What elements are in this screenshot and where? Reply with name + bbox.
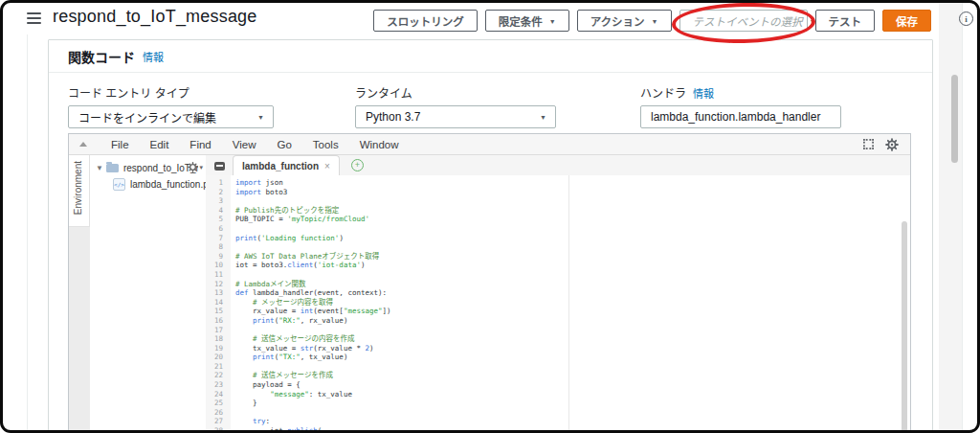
handler-input[interactable]: lambda_function.lambda_handler <box>640 105 841 128</box>
code-line <box>235 270 897 280</box>
chevron-down-icon: ▼ <box>257 114 264 121</box>
header-button-actions[interactable]: アクション▼ <box>577 10 672 32</box>
code-pane: 1234567891011121314151617181920212223242… <box>206 175 910 430</box>
code-entry-type-select[interactable]: コードをインラインで編集 ▼ <box>68 105 274 128</box>
editor-menubar: FileEditFindViewGoToolsWindow <box>69 134 910 155</box>
header-button-qualifiers[interactable]: 限定条件▼ <box>485 10 569 32</box>
line-number: 12 <box>206 280 231 289</box>
editor-tabbar: lambda_function × + <box>206 155 910 176</box>
hamburger-menu-icon[interactable] <box>27 12 41 24</box>
python-file-icon: </> <box>113 178 125 191</box>
line-number: 14 <box>206 298 231 308</box>
button-label: アクション <box>590 13 645 29</box>
code-line <box>235 362 897 372</box>
runtime-field: ランタイム Python 3.7 ▼ <box>355 84 556 128</box>
code-editor: FileEditFindViewGoToolsWindow <box>68 133 911 430</box>
line-number: 2 <box>206 188 231 197</box>
info-icon[interactable]: i <box>959 11 973 26</box>
code-line: } <box>235 399 897 408</box>
collapse-menu-icon[interactable] <box>79 142 87 147</box>
menu-item-view[interactable]: View <box>222 139 267 150</box>
file-name: lambda_function.py <box>130 179 206 190</box>
code-line <box>235 408 897 418</box>
menu-item-tools[interactable]: Tools <box>302 139 349 150</box>
tree-folder-row[interactable]: ▼ respond_to_IoT_me ▾ <box>90 160 206 176</box>
menu-item-edit[interactable]: Edit <box>140 139 180 150</box>
line-number: 20 <box>206 353 231 362</box>
aws-console-page: respond_to_IoT_message スロットリング限定条件▼アクション… <box>3 3 977 430</box>
environment-tab[interactable]: Environment <box>69 155 90 227</box>
line-number: 18 <box>206 334 231 344</box>
code-line <box>235 196 897 206</box>
fullscreen-icon[interactable] <box>863 139 874 149</box>
code-content[interactable]: import jsonimport boto3# Publish先のトピックを指… <box>231 175 897 430</box>
folder-name: respond_to_IoT_me <box>123 163 198 173</box>
menu-item-file[interactable]: File <box>100 139 140 150</box>
function-title: respond_to_IoT_message <box>53 7 257 27</box>
button-label: スロットリング <box>387 13 464 29</box>
folder-icon <box>106 164 119 172</box>
line-number: 7 <box>206 234 231 243</box>
line-number: 24 <box>206 390 231 399</box>
code-entry-type-field: コード エントリ タイプ コードをインラインで編集 ▼ <box>68 84 274 128</box>
header-button-save[interactable]: 保存 <box>882 10 931 32</box>
code-line: def lambda_handler(event, context): <box>235 288 897 298</box>
code-line: import json <box>235 178 897 188</box>
handler-field: ハンドラ 情報 lambda_function.lambda_handler <box>640 84 841 128</box>
header-button-test[interactable]: テスト <box>815 10 876 32</box>
section-title: 関数コード <box>68 47 135 66</box>
line-number: 23 <box>206 380 231 390</box>
line-number: 26 <box>206 408 231 418</box>
editor-scrollbar-thumb[interactable] <box>902 221 907 430</box>
panes-icon[interactable] <box>214 162 225 171</box>
code-line: tx_value = str(rx_value * 2) <box>235 344 897 353</box>
line-number: 22 <box>206 371 231 380</box>
code-line: import boto3 <box>235 188 897 197</box>
line-number: 1 <box>206 178 231 188</box>
menu-item-find[interactable]: Find <box>179 139 221 150</box>
gear-icon[interactable] <box>885 138 899 151</box>
line-number: 28 <box>206 426 231 430</box>
tab-lambda-function[interactable]: lambda_function × <box>233 155 340 176</box>
code-line <box>235 224 897 234</box>
code-entry-type-value: コードをインラインで編集 <box>78 109 216 125</box>
code-line: rx_value = int(event["message"]) <box>235 307 897 316</box>
button-label: 限定条件 <box>499 13 543 29</box>
new-tab-plus-icon[interactable]: + <box>351 159 364 171</box>
line-number-gutter: 1234567891011121314151617181920212223242… <box>206 175 231 430</box>
tree-settings-gear-icon[interactable]: ▾ <box>188 162 203 172</box>
file-tree: ▼ respond_to_IoT_me ▾ <box>90 155 207 430</box>
top-header: respond_to_IoT_message スロットリング限定条件▼アクション… <box>3 3 977 34</box>
chevron-down-icon: ▼ <box>540 114 546 121</box>
menu-item-window[interactable]: Window <box>349 139 410 150</box>
line-number: 17 <box>206 326 231 335</box>
line-number: 10 <box>206 261 231 270</box>
tree-expand-caret-icon[interactable]: ▼ <box>96 164 103 172</box>
page-scrollbar-thumb[interactable] <box>951 75 958 163</box>
line-number: 25 <box>206 399 231 408</box>
button-label: テストイベントの選択 <box>693 13 803 29</box>
code-line: try: <box>235 417 897 426</box>
line-number: 6 <box>206 224 231 234</box>
line-number: 8 <box>206 242 231 252</box>
menu-item-go[interactable]: Go <box>266 139 301 150</box>
page-scrollbar-track[interactable] <box>939 3 962 430</box>
code-line: PUB_TOPIC = 'myTopic/fromCloud' <box>235 215 897 224</box>
tree-file-row[interactable]: </> lambda_function.py <box>90 176 206 193</box>
line-number: 11 <box>206 270 231 280</box>
line-number: 13 <box>206 288 231 298</box>
code-line: print('Loading function') <box>235 234 897 243</box>
line-number: 15 <box>206 307 231 316</box>
nav-rail <box>3 34 28 430</box>
card-header: 関数コード 情報 <box>49 40 932 73</box>
section-info-link[interactable]: 情報 <box>143 49 164 64</box>
runtime-select[interactable]: Python 3.7 ▼ <box>355 105 556 128</box>
header-button-select-test-event[interactable]: テストイベントの選択▼ <box>679 10 808 32</box>
line-number: 16 <box>206 316 231 326</box>
code-line: # 送信メッセージを作成 <box>235 371 897 380</box>
handler-info-link[interactable]: 情報 <box>693 85 714 101</box>
chevron-down-icon: ▼ <box>549 18 556 25</box>
code-line: # AWS IoT Data Planeオブジェクト取得 <box>235 252 897 262</box>
close-icon[interactable]: × <box>324 161 330 171</box>
header-button-throttling[interactable]: スロットリング <box>373 10 478 32</box>
